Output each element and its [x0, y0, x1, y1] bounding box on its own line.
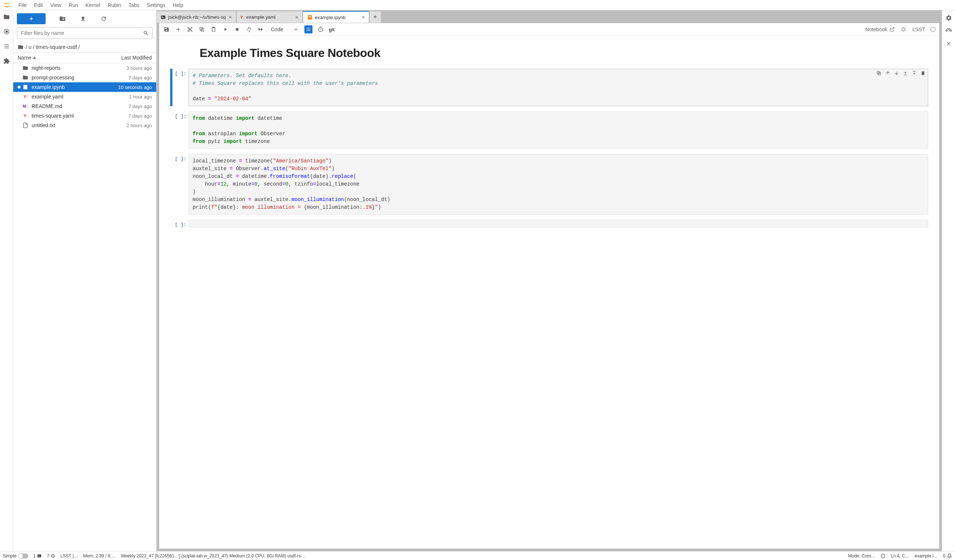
- file-filter: [17, 27, 153, 39]
- menu-edit[interactable]: Edit: [31, 1, 47, 9]
- tab[interactable]: jsick@jsick-nb:~/u/times-sq×: [157, 11, 236, 23]
- paste-icon[interactable]: [210, 26, 217, 33]
- file-row[interactable]: Y:example.yaml1 hour ago: [13, 92, 156, 102]
- file-row[interactable]: prompt-processing7 days ago: [13, 73, 156, 82]
- file-row[interactable]: untitled.txt2 hours ago: [13, 120, 156, 130]
- refresh-icon[interactable]: [100, 15, 107, 22]
- running-icon[interactable]: [3, 28, 10, 35]
- file-name: example.yaml: [31, 94, 129, 100]
- save-icon[interactable]: [163, 26, 170, 33]
- property-inspector-icon[interactable]: [946, 15, 952, 21]
- file-list-header[interactable]: Name Last Modified: [13, 52, 156, 63]
- col-modified-label: Last Modified: [121, 55, 152, 61]
- close-icon[interactable]: ×: [362, 14, 365, 20]
- lsst-status[interactable]: LSST |…: [60, 554, 78, 558]
- close-icon[interactable]: ×: [229, 14, 232, 20]
- upload-icon[interactable]: [80, 15, 87, 22]
- kernel-status-icon[interactable]: [930, 27, 936, 32]
- folder-icon[interactable]: [3, 13, 10, 20]
- stop-icon[interactable]: [233, 26, 241, 33]
- cell-type-select[interactable]: Code: [269, 26, 300, 33]
- cell-input[interactable]: from datetime import datetime from astro…: [189, 111, 928, 149]
- file-row[interactable]: example.ipynb10 seconds ago: [13, 82, 156, 92]
- timing-icon[interactable]: [317, 26, 324, 33]
- render-icon[interactable]: [304, 25, 312, 33]
- tab[interactable]: example.ipynb×: [303, 11, 369, 23]
- menu-run[interactable]: Run: [65, 1, 82, 9]
- folder-icon: [22, 75, 29, 80]
- terminal-icon: [161, 15, 166, 20]
- settings-icon[interactable]: [900, 26, 907, 33]
- kernel-name[interactable]: LSST: [912, 27, 925, 32]
- markdown-icon: M↓: [22, 104, 29, 108]
- copy-icon[interactable]: [198, 26, 205, 33]
- dashboard-icon[interactable]: [946, 28, 952, 34]
- move-up-icon[interactable]: [885, 70, 890, 76]
- svg-rect-7: [24, 87, 27, 87]
- trusted-icon[interactable]: [880, 554, 886, 558]
- svg-rect-35: [52, 555, 54, 557]
- add-tab-button[interactable]: +: [369, 11, 381, 23]
- svg-rect-6: [24, 86, 27, 86]
- svg-rect-16: [236, 28, 239, 31]
- memory-status[interactable]: Mem: 2.39 / 8.…: [83, 554, 116, 558]
- code-cell[interactable]: [ ]:from datetime import datetime from a…: [170, 111, 928, 149]
- yaml-icon: Y:: [240, 15, 244, 19]
- col-name-label: Name: [18, 55, 31, 61]
- run-icon[interactable]: [222, 26, 229, 33]
- new-folder-icon[interactable]: [59, 15, 66, 22]
- menu-settings[interactable]: Settings: [143, 1, 169, 9]
- extensions-icon[interactable]: [3, 57, 10, 65]
- close-right-icon[interactable]: [946, 41, 951, 46]
- svg-rect-10: [308, 16, 311, 16]
- move-down-icon[interactable]: [894, 70, 899, 76]
- insert-below-icon[interactable]: [912, 70, 917, 76]
- cursor-position[interactable]: Ln 4, C…: [891, 554, 910, 558]
- chevron-down-icon: [294, 28, 298, 31]
- new-launcher-button[interactable]: [17, 13, 45, 24]
- menu-rubin[interactable]: Rubin: [104, 1, 125, 9]
- insert-above-icon[interactable]: [903, 70, 908, 76]
- file-row[interactable]: M↓README.md7 days ago: [13, 102, 156, 111]
- code-cell[interactable]: [ ]:: [170, 220, 928, 227]
- mode-status[interactable]: Mode: Com…: [848, 554, 875, 558]
- terminals-count[interactable]: 1: [33, 554, 42, 558]
- app-root: FileEditViewRunKernelRubinTabsSettingsHe…: [0, 0, 955, 560]
- file-filter-input[interactable]: [17, 27, 153, 39]
- cut-icon[interactable]: [186, 26, 194, 33]
- duplicate-icon[interactable]: [876, 70, 881, 76]
- search-icon: [143, 30, 149, 36]
- file-row[interactable]: night-reports3 hours ago: [13, 63, 156, 73]
- status-bar: Simple 1 7 LSST |… Mem: 2.39 / 8.… Weekl…: [0, 551, 955, 560]
- menu-help[interactable]: Help: [169, 1, 187, 9]
- tab[interactable]: Y:example.yaml×: [236, 11, 302, 23]
- menu-file[interactable]: File: [15, 1, 31, 9]
- notebook-title: Example Times Square Notebook: [200, 46, 928, 60]
- file-row[interactable]: Y:times-square.yaml7 days ago: [13, 111, 156, 120]
- menu-kernel[interactable]: Kernel: [81, 1, 104, 9]
- simple-toggle[interactable]: Simple: [3, 554, 28, 558]
- file-status[interactable]: example.i…: [914, 554, 938, 558]
- close-icon[interactable]: ×: [295, 14, 298, 20]
- cell-input[interactable]: [189, 220, 928, 227]
- env-status[interactable]: Weekly 2023_47 [fc226561…] (sciplat-lab:…: [121, 554, 843, 558]
- code-cell[interactable]: [ ]:# Parameters. Set defaults here. # T…: [170, 69, 928, 106]
- cell-prompt: [ ]:: [172, 220, 189, 227]
- add-cell-icon[interactable]: [175, 26, 182, 33]
- notification-count[interactable]: 0: [943, 554, 952, 558]
- run-all-icon[interactable]: [257, 26, 264, 33]
- jupyter-logo-icon: [3, 2, 10, 9]
- svg-rect-11: [308, 17, 311, 17]
- toc-icon[interactable]: [3, 42, 10, 50]
- open-notebook-link[interactable]: Notebook: [865, 27, 895, 32]
- delete-icon[interactable]: [921, 70, 925, 76]
- restart-icon[interactable]: [245, 26, 252, 33]
- cell-input[interactable]: local_timezone = timezone("America/Santi…: [189, 154, 928, 214]
- code-cell[interactable]: [ ]:local_timezone = timezone("America/S…: [170, 154, 928, 214]
- git-label[interactable]: git: [329, 27, 335, 32]
- kernels-count[interactable]: 7: [47, 554, 55, 558]
- menu-view[interactable]: View: [47, 1, 65, 9]
- breadcrumb[interactable]: / u / times-square-usdf /: [13, 42, 156, 52]
- cell-input[interactable]: # Parameters. Set defaults here. # Times…: [189, 69, 928, 106]
- menu-tabs[interactable]: Tabs: [125, 1, 143, 9]
